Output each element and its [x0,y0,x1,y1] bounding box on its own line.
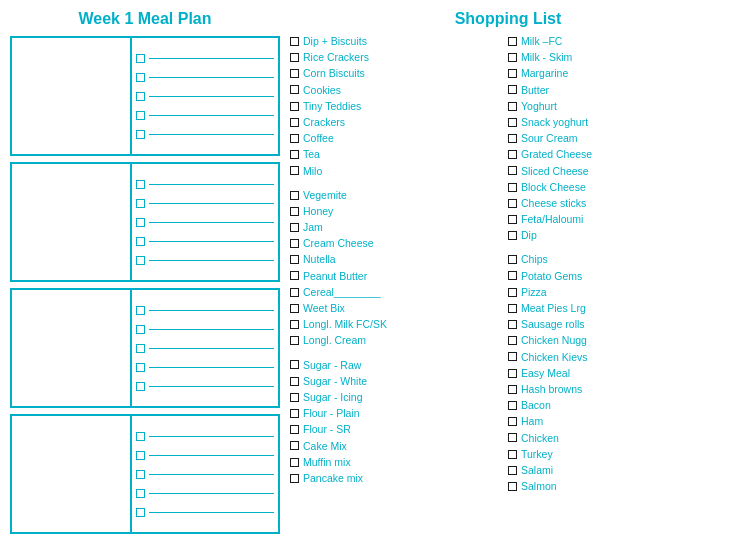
item-checkbox[interactable] [290,393,299,402]
item-checkbox[interactable] [508,215,517,224]
item-checkbox[interactable] [508,482,517,491]
item-checkbox[interactable] [290,360,299,369]
item-checkbox[interactable] [290,239,299,248]
item-checkbox[interactable] [290,85,299,94]
list-item: Pizza [508,285,726,300]
list-item: Cookies [290,83,508,98]
meal-check[interactable] [136,111,145,120]
meal-check[interactable] [136,256,145,265]
item-checkbox[interactable] [290,69,299,78]
item-checkbox[interactable] [290,271,299,280]
item-label: Potato Gems [521,269,582,284]
meal-check[interactable] [136,73,145,82]
item-checkbox[interactable] [508,53,517,62]
item-checkbox[interactable] [508,288,517,297]
list-item: Nutella [290,252,508,267]
list-item: Salami [508,463,726,478]
list-item: Easy Meal [508,366,726,381]
meal-check[interactable] [136,54,145,63]
item-checkbox[interactable] [290,474,299,483]
item-checkbox[interactable] [508,336,517,345]
meal-check[interactable] [136,508,145,517]
item-checkbox[interactable] [508,433,517,442]
meal-check[interactable] [136,489,145,498]
list-item: Milo [290,164,508,179]
meal-check[interactable] [136,218,145,227]
meal-check[interactable] [136,180,145,189]
list-item: Grated Cheese [508,147,726,162]
item-checkbox[interactable] [508,385,517,394]
meal-check[interactable] [136,306,145,315]
item-checkbox[interactable] [290,336,299,345]
item-checkbox[interactable] [290,118,299,127]
item-checkbox[interactable] [508,166,517,175]
item-checkbox[interactable] [508,320,517,329]
item-checkbox[interactable] [508,401,517,410]
meal-check[interactable] [136,325,145,334]
item-label: Nutella [303,252,336,267]
item-checkbox[interactable] [290,134,299,143]
item-checkbox[interactable] [290,288,299,297]
item-checkbox[interactable] [508,466,517,475]
meal-check[interactable] [136,237,145,246]
meal-check[interactable] [136,199,145,208]
item-label: Butter [521,83,549,98]
item-checkbox[interactable] [508,85,517,94]
meal-check[interactable] [136,344,145,353]
item-checkbox[interactable] [290,320,299,329]
item-checkbox[interactable] [290,207,299,216]
item-checkbox[interactable] [508,417,517,426]
item-checkbox[interactable] [508,369,517,378]
item-checkbox[interactable] [508,134,517,143]
meal-lines-3 [132,290,278,406]
item-checkbox[interactable] [508,304,517,313]
item-checkbox[interactable] [508,102,517,111]
item-checkbox[interactable] [290,304,299,313]
item-checkbox[interactable] [508,199,517,208]
item-checkbox[interactable] [290,150,299,159]
item-checkbox[interactable] [290,53,299,62]
meal-check[interactable] [136,432,145,441]
item-label: Chicken Nugg [521,333,587,348]
list-item: Crackers [290,115,508,130]
item-checkbox[interactable] [290,377,299,386]
item-checkbox[interactable] [508,271,517,280]
meal-check[interactable] [136,470,145,479]
item-checkbox[interactable] [290,191,299,200]
shopping-section: Shopping List Dip + Biscuits Rice Cracke… [280,10,726,540]
item-checkbox[interactable] [508,352,517,361]
item-checkbox[interactable] [508,150,517,159]
shopping-col-2: Milk –FC Milk - Skim Margarine Butter Yo… [508,34,726,540]
item-checkbox[interactable] [508,450,517,459]
item-checkbox[interactable] [508,37,517,46]
item-label: Pizza [521,285,547,300]
meal-check[interactable] [136,382,145,391]
item-checkbox[interactable] [290,409,299,418]
item-label: Sugar - Icing [303,390,363,405]
meal-lines-2 [132,164,278,280]
meal-check[interactable] [136,451,145,460]
item-checkbox[interactable] [508,183,517,192]
item-checkbox[interactable] [508,118,517,127]
list-item: Sliced Cheese [508,164,726,179]
item-checkbox[interactable] [508,255,517,264]
meal-check[interactable] [136,363,145,372]
shopping-col-1: Dip + Biscuits Rice Crackers Corn Biscui… [290,34,508,540]
item-checkbox[interactable] [290,458,299,467]
item-label: Sour Cream [521,131,578,146]
item-checkbox[interactable] [290,37,299,46]
item-label: Bacon [521,398,551,413]
item-checkbox[interactable] [508,69,517,78]
item-label: Salami [521,463,553,478]
meal-check[interactable] [136,130,145,139]
item-checkbox[interactable] [290,223,299,232]
item-checkbox[interactable] [290,255,299,264]
item-checkbox[interactable] [508,231,517,240]
meal-check[interactable] [136,92,145,101]
item-checkbox[interactable] [290,102,299,111]
item-checkbox[interactable] [290,166,299,175]
item-checkbox[interactable] [290,425,299,434]
list-item: Flour - SR [290,422,508,437]
item-checkbox[interactable] [290,441,299,450]
item-label: Vegemite [303,188,347,203]
